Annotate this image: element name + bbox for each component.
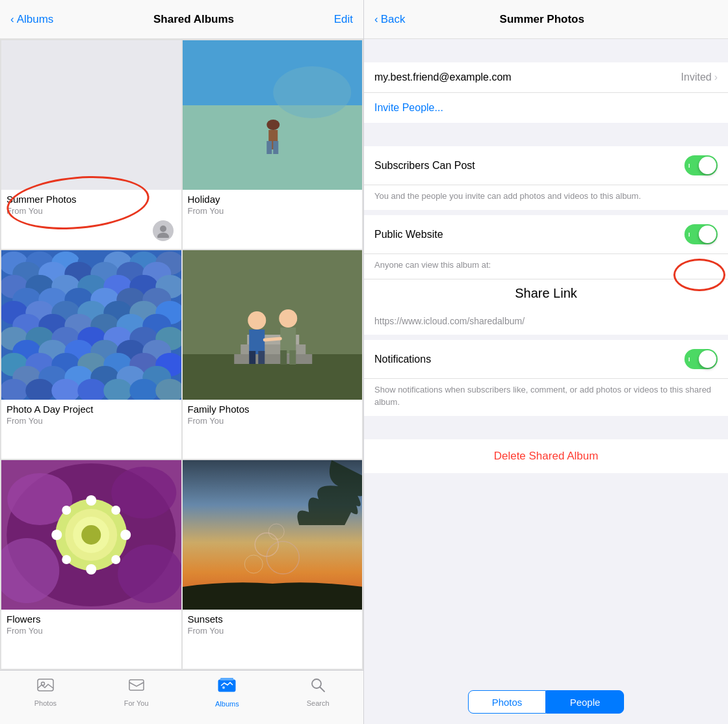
subscribers-can-post-label: Subscribers Can Post — [374, 160, 684, 172]
bottom-tab-toggle: Photos People — [364, 680, 728, 724]
album-item-photo-a-day[interactable]: Photo A Day Project From You — [1, 250, 181, 459]
svg-line-128 — [320, 688, 325, 692]
avatar — [151, 219, 175, 242]
svg-rect-88 — [249, 330, 265, 354]
svg-rect-89 — [249, 351, 255, 364]
svg-rect-7 — [266, 141, 272, 154]
public-website-toggle[interactable]: I — [684, 224, 718, 244]
album-item-sunsets[interactable]: Sunsets From You — [183, 460, 363, 669]
svg-rect-125 — [220, 678, 233, 680]
holiday-info: Holiday From You — [183, 190, 363, 222]
sunsets-name: Sunsets — [188, 614, 358, 625]
svg-point-109 — [62, 506, 71, 515]
people-tab-label: People — [570, 697, 601, 708]
svg-point-5 — [266, 120, 280, 130]
album-item-family-photos[interactable]: Family Photos From You — [183, 250, 363, 459]
left-panel: ‹ Albums Shared Albums Edit Summer Photo… — [0, 0, 364, 724]
section-gap-5 — [364, 416, 728, 439]
share-link-title: Share Link — [515, 286, 577, 301]
summer-photos-thumb — [1, 40, 181, 190]
svg-point-87 — [248, 311, 266, 330]
right-nav-bar: ‹ Back Summer Photos — [364, 0, 728, 39]
subscribers-can-post-desc: You and the people you invite can add ph… — [364, 185, 728, 210]
tab-photos[interactable]: Photos — [20, 677, 72, 707]
svg-line-95 — [265, 339, 280, 340]
family-photos-name: Family Photos — [188, 404, 358, 415]
photo-a-day-thumb — [1, 250, 181, 400]
tab-search[interactable]: Search — [292, 677, 344, 707]
right-content: my.best.friend@example.com Invited › Inv… — [364, 39, 728, 680]
svg-rect-93 — [280, 350, 287, 365]
notifications-toggle[interactable]: I — [684, 349, 718, 369]
left-nav-bar: ‹ Albums Shared Albums Edit — [0, 0, 363, 39]
toggle-knob-notif — [699, 350, 716, 368]
album-item-holiday[interactable]: Holiday From You — [183, 40, 363, 249]
subscriber-row[interactable]: my.best.friend@example.com Invited › — [364, 62, 728, 93]
notifications-row: Notifications I — [364, 340, 728, 379]
flowers-info: Flowers From You — [1, 610, 181, 642]
notifications-group: Notifications I Show notifications when … — [364, 340, 728, 415]
tab-for-you-label: For You — [124, 699, 149, 707]
albums-back-button[interactable]: ‹ Albums — [10, 13, 53, 26]
notifications-desc: Show notifications when subscribers like… — [364, 379, 728, 415]
subscriber-group: my.best.friend@example.com Invited › Inv… — [364, 62, 728, 123]
svg-point-126 — [222, 686, 225, 689]
photos-tab-button[interactable]: Photos — [468, 690, 546, 714]
svg-rect-92 — [280, 328, 296, 354]
tab-albums-label: Albums — [215, 700, 239, 708]
photo-a-day-info: Photo A Day Project From You — [1, 400, 181, 432]
svg-rect-120 — [38, 679, 53, 691]
svg-point-111 — [62, 555, 71, 564]
public-website-group: Public Website I Anyone can view this al… — [364, 215, 728, 335]
public-website-label: Public Website — [374, 229, 684, 240]
svg-rect-8 — [273, 141, 278, 154]
svg-point-105 — [86, 495, 96, 506]
subscriber-status: Invited — [681, 71, 712, 83]
subscribers-can-post-row: Subscribers Can Post I — [364, 146, 728, 185]
subscriber-chevron-icon: › — [714, 71, 718, 83]
svg-point-1 — [157, 233, 169, 238]
subscriber-email: my.best.friend@example.com — [374, 71, 681, 83]
svg-rect-94 — [289, 350, 296, 365]
subscribers-can-post-toggle[interactable]: I — [684, 155, 718, 175]
tab-bar: Photos For You Albums — [0, 670, 363, 724]
flowers-name: Flowers — [6, 614, 176, 625]
share-link-modal: Share Link — [364, 279, 728, 307]
sunsets-sub: From You — [188, 626, 358, 636]
public-website-row: Public Website I — [364, 215, 728, 254]
tab-albums[interactable]: Albums — [201, 677, 253, 708]
albums-icon — [218, 677, 236, 697]
tab-search-label: Search — [307, 699, 330, 707]
svg-point-99 — [111, 467, 176, 519]
section-gap-top — [364, 39, 728, 62]
sunsets-info: Sunsets From You — [183, 610, 363, 642]
edit-button[interactable]: Edit — [334, 13, 353, 26]
flowers-thumb — [1, 460, 181, 610]
public-website-desc: Anyone can view this album at: — [364, 254, 728, 279]
family-photos-sub: From You — [188, 416, 358, 426]
summer-photos-info: Summer Photos From You — [1, 190, 181, 222]
flowers-sub: From You — [6, 626, 176, 636]
photo-a-day-name: Photo A Day Project — [6, 404, 176, 415]
holiday-name: Holiday — [188, 194, 358, 205]
albums-back-label: Albums — [17, 13, 54, 26]
invite-people-button[interactable]: Invite People... — [374, 102, 443, 114]
album-item-flowers[interactable]: Flowers From You — [1, 460, 181, 669]
section-gap-3 — [364, 210, 728, 215]
people-tab-button[interactable]: People — [546, 690, 624, 714]
sunsets-thumb — [183, 460, 363, 610]
right-nav-title: Summer Photos — [500, 13, 584, 26]
back-button[interactable]: ‹ Back — [374, 13, 405, 26]
photos-icon — [37, 677, 54, 697]
share-link-url: https://www.icloud.com/sharedalbum/ — [374, 316, 525, 326]
share-link-row[interactable]: https://www.icloud.com/sharedalbum/ — [364, 307, 728, 335]
album-item-summer-photos[interactable]: Summer Photos From You — [1, 40, 181, 249]
svg-point-91 — [279, 309, 297, 328]
delete-shared-album-button[interactable]: Delete Shared Album — [364, 439, 728, 473]
tab-for-you[interactable]: For You — [110, 677, 162, 707]
holiday-thumb — [183, 40, 363, 190]
invite-people-row[interactable]: Invite People... — [364, 93, 728, 123]
toggle-knob-pw — [699, 226, 716, 243]
delete-group: Delete Shared Album — [364, 439, 728, 473]
family-photos-info: Family Photos From You — [183, 400, 363, 432]
